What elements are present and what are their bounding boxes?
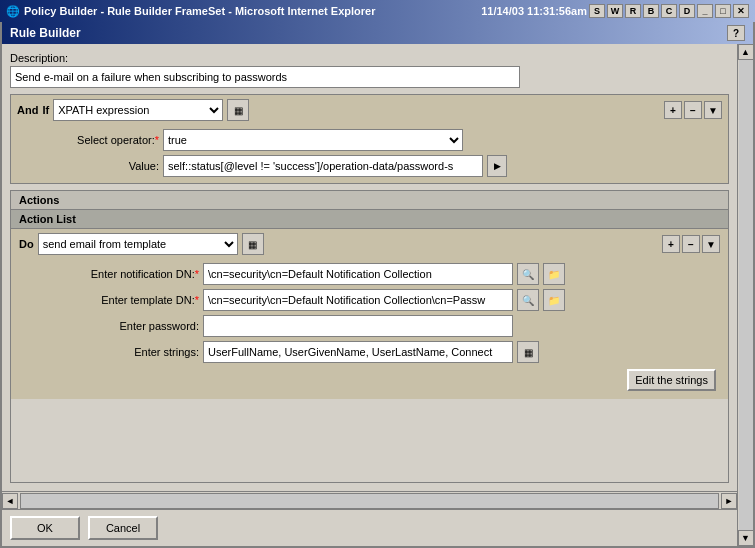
v-scroll-down-btn[interactable]: ▼ <box>738 530 754 546</box>
expression-type-select[interactable]: XPATH expression <box>53 99 223 121</box>
title-bar-left: 🌐 Policy Builder - Rule Builder FrameSet… <box>6 5 375 18</box>
tb-r-btn[interactable]: R <box>625 4 641 18</box>
title-bar: 🌐 Policy Builder - Rule Builder FrameSet… <box>0 0 755 22</box>
title-bar-icon: 🌐 <box>6 5 20 18</box>
actions-label: Actions <box>19 194 59 206</box>
h-scrollbar: ◄ ► <box>2 491 737 509</box>
value-scroll-btn[interactable]: ▶ <box>487 155 507 177</box>
h-scroll-track[interactable] <box>20 493 719 509</box>
condition-down-btn[interactable]: ▼ <box>704 101 722 119</box>
action-grid-icon[interactable]: ▦ <box>242 233 264 255</box>
if-label: If <box>42 104 49 116</box>
action-down-btn[interactable]: ▼ <box>702 235 720 253</box>
tb-w-btn[interactable]: W <box>607 4 623 18</box>
main-layout: Description: And If XPATH expression ▦ + <box>2 44 753 546</box>
bottom-bar: OK Cancel <box>2 509 737 546</box>
value-label: Value: <box>19 160 159 172</box>
action-do-row: Do send email from template ▦ + − ▼ <box>11 229 728 259</box>
action-controls: + − ▼ <box>662 235 720 253</box>
notif-dn-input[interactable] <box>203 263 513 285</box>
title-bar-right: 11/14/03 11:31:56am S W R B C D _ □ ✕ <box>461 4 749 18</box>
do-label: Do <box>19 238 34 250</box>
main-content-area: Description: And If XPATH expression ▦ + <box>2 44 737 546</box>
v-scrollbar: ▲ ▼ <box>737 44 753 546</box>
window-title: Rule Builder <box>10 26 81 40</box>
edit-strings-row: Edit the strings <box>19 367 720 393</box>
and-label: And <box>17 104 38 116</box>
action-list-header: Action List <box>11 210 728 229</box>
v-scroll-track[interactable] <box>739 60 753 530</box>
action-list-label: Action List <box>19 213 76 225</box>
title-bar-text: Policy Builder - Rule Builder FrameSet -… <box>24 5 375 17</box>
cancel-button[interactable]: Cancel <box>88 516 158 540</box>
actions-section: Actions Action List Do send email from t… <box>10 190 729 483</box>
notif-dn-folder-icon[interactable]: 📁 <box>543 263 565 285</box>
content-area: Description: And If XPATH expression ▦ + <box>2 44 737 491</box>
condition-header: And If XPATH expression ▦ + − ▼ <box>11 95 728 125</box>
password-row: Enter password: <box>19 315 720 337</box>
strings-icon[interactable]: ▦ <box>517 341 539 363</box>
v-scroll-up-btn[interactable]: ▲ <box>738 44 754 60</box>
action-type-select[interactable]: send email from template <box>38 233 238 255</box>
condition-rows: Select operator: true Value: ▶ <box>11 125 728 183</box>
tb-close-btn[interactable]: ✕ <box>733 4 749 18</box>
strings-label: Enter strings: <box>19 346 199 358</box>
tb-max-btn[interactable]: □ <box>715 4 731 18</box>
operator-select[interactable]: true <box>163 129 463 151</box>
notif-dn-search-icon[interactable]: 🔍 <box>517 263 539 285</box>
template-dn-row: Enter template DN: 🔍 📁 <box>19 289 720 311</box>
operator-row: Select operator: true <box>19 129 720 151</box>
tb-d-btn[interactable]: D <box>679 4 695 18</box>
action-remove-btn[interactable]: − <box>682 235 700 253</box>
value-row: Value: ▶ <box>19 155 720 177</box>
template-dn-search-icon[interactable]: 🔍 <box>517 289 539 311</box>
notif-dn-label: Enter notification DN: <box>19 268 199 280</box>
title-bar-clock: 11/14/03 11:31:56am <box>481 5 587 17</box>
window-title-bar: Rule Builder ? <box>2 22 753 44</box>
h-scroll-right-btn[interactable]: ► <box>721 493 737 509</box>
description-label: Description: <box>10 52 729 64</box>
tb-s-btn[interactable]: S <box>589 4 605 18</box>
actions-header: Actions <box>11 191 728 210</box>
condition-add-btn[interactable]: + <box>664 101 682 119</box>
action-fields: Enter notification DN: 🔍 📁 Enter templat… <box>11 259 728 399</box>
tb-min-btn[interactable]: _ <box>697 4 713 18</box>
action-add-btn[interactable]: + <box>662 235 680 253</box>
template-dn-input[interactable] <box>203 289 513 311</box>
condition-remove-btn[interactable]: − <box>684 101 702 119</box>
template-dn-folder-icon[interactable]: 📁 <box>543 289 565 311</box>
help-button[interactable]: ? <box>727 25 745 41</box>
h-scroll-left-btn[interactable]: ◄ <box>2 493 18 509</box>
main-window: Rule Builder ? Description: And If XPATH <box>0 22 755 548</box>
tb-b-btn[interactable]: B <box>643 4 659 18</box>
description-section: Description: <box>10 52 729 88</box>
description-input[interactable] <box>10 66 520 88</box>
template-dn-label: Enter template DN: <box>19 294 199 306</box>
value-input[interactable] <box>163 155 483 177</box>
tb-c-btn[interactable]: C <box>661 4 677 18</box>
password-label: Enter password: <box>19 320 199 332</box>
condition-grid-icon[interactable]: ▦ <box>227 99 249 121</box>
strings-row: Enter strings: ▦ <box>19 341 720 363</box>
edit-strings-button[interactable]: Edit the strings <box>627 369 716 391</box>
condition-section: And If XPATH expression ▦ + − ▼ <box>10 94 729 184</box>
ok-button[interactable]: OK <box>10 516 80 540</box>
strings-input[interactable] <box>203 341 513 363</box>
operator-label: Select operator: <box>19 134 159 146</box>
notif-dn-row: Enter notification DN: 🔍 📁 <box>19 263 720 285</box>
password-input[interactable] <box>203 315 513 337</box>
condition-controls: + − ▼ <box>664 101 722 119</box>
